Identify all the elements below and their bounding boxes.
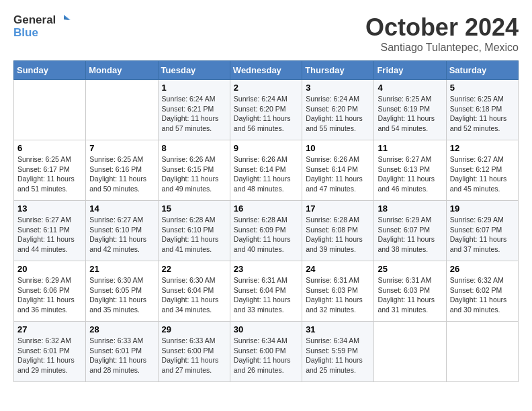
day-number: 17 bbox=[306, 203, 370, 214]
day-number: 23 bbox=[234, 264, 298, 274]
day-number: 16 bbox=[234, 203, 298, 214]
day-header-monday: Monday bbox=[86, 61, 158, 80]
title-block: October 2024 Santiago Tulantepec, Mexico bbox=[365, 13, 519, 54]
month-title: October 2024 bbox=[365, 13, 519, 42]
day-info: Sunrise: 6:28 AMSunset: 6:08 PMDaylight:… bbox=[306, 215, 370, 255]
calendar-week-4: 20Sunrise: 6:29 AMSunset: 6:06 PMDayligh… bbox=[14, 261, 519, 322]
day-info: Sunrise: 6:27 AMSunset: 6:11 PMDaylight:… bbox=[17, 215, 82, 255]
day-header-sunday: Sunday bbox=[14, 61, 86, 80]
day-header-saturday: Saturday bbox=[446, 61, 518, 80]
calendar-cell: 26Sunrise: 6:32 AMSunset: 6:02 PMDayligh… bbox=[446, 261, 518, 322]
calendar-cell: 17Sunrise: 6:28 AMSunset: 6:08 PMDayligh… bbox=[302, 201, 374, 261]
location: Santiago Tulantepec, Mexico bbox=[365, 42, 519, 54]
day-number: 18 bbox=[378, 203, 442, 214]
day-number: 5 bbox=[450, 83, 515, 93]
calendar-table: SundayMondayTuesdayWednesdayThursdayFrid… bbox=[13, 60, 519, 382]
calendar-cell bbox=[446, 322, 518, 382]
calendar-cell: 1Sunrise: 6:24 AMSunset: 6:21 PMDaylight… bbox=[158, 80, 230, 140]
calendar-cell: 23Sunrise: 6:31 AMSunset: 6:04 PMDayligh… bbox=[230, 261, 302, 322]
calendar-cell: 29Sunrise: 6:33 AMSunset: 6:00 PMDayligh… bbox=[158, 322, 230, 382]
day-number: 27 bbox=[17, 324, 82, 334]
day-number: 19 bbox=[450, 203, 515, 214]
day-info: Sunrise: 6:27 AMSunset: 6:12 PMDaylight:… bbox=[450, 154, 515, 194]
calendar-week-3: 13Sunrise: 6:27 AMSunset: 6:11 PMDayligh… bbox=[14, 201, 519, 261]
calendar-cell: 3Sunrise: 6:24 AMSunset: 6:20 PMDaylight… bbox=[302, 80, 374, 140]
calendar-cell: 13Sunrise: 6:27 AMSunset: 6:11 PMDayligh… bbox=[14, 201, 86, 261]
calendar-cell: 30Sunrise: 6:34 AMSunset: 6:00 PMDayligh… bbox=[230, 322, 302, 382]
day-header-wednesday: Wednesday bbox=[230, 61, 302, 80]
day-info: Sunrise: 6:24 AMSunset: 6:20 PMDaylight:… bbox=[234, 94, 298, 134]
calendar-week-2: 6Sunrise: 6:25 AMSunset: 6:17 PMDaylight… bbox=[14, 140, 519, 201]
day-info: Sunrise: 6:25 AMSunset: 6:17 PMDaylight:… bbox=[17, 154, 82, 194]
day-info: Sunrise: 6:31 AMSunset: 6:03 PMDaylight:… bbox=[306, 275, 370, 315]
logo: General Blue bbox=[13, 13, 71, 40]
day-info: Sunrise: 6:29 AMSunset: 6:06 PMDaylight:… bbox=[17, 275, 82, 315]
day-number: 1 bbox=[162, 83, 226, 93]
calendar-cell: 25Sunrise: 6:31 AMSunset: 6:03 PMDayligh… bbox=[374, 261, 446, 322]
day-number: 14 bbox=[89, 203, 154, 214]
calendar-cell: 7Sunrise: 6:25 AMSunset: 6:16 PMDaylight… bbox=[86, 140, 158, 201]
calendar-cell: 2Sunrise: 6:24 AMSunset: 6:20 PMDaylight… bbox=[230, 80, 302, 140]
calendar-cell: 4Sunrise: 6:25 AMSunset: 6:19 PMDaylight… bbox=[374, 80, 446, 140]
page-header: General Blue October 2024 Santiago Tulan… bbox=[13, 13, 519, 54]
day-info: Sunrise: 6:33 AMSunset: 6:00 PMDaylight:… bbox=[162, 336, 226, 375]
day-number: 11 bbox=[378, 143, 442, 153]
day-info: Sunrise: 6:24 AMSunset: 6:21 PMDaylight:… bbox=[162, 94, 226, 134]
calendar-cell: 22Sunrise: 6:30 AMSunset: 6:04 PMDayligh… bbox=[158, 261, 230, 322]
day-info: Sunrise: 6:27 AMSunset: 6:10 PMDaylight:… bbox=[89, 215, 154, 255]
day-number: 20 bbox=[17, 264, 82, 274]
calendar-cell: 21Sunrise: 6:30 AMSunset: 6:05 PMDayligh… bbox=[86, 261, 158, 322]
day-number: 13 bbox=[17, 203, 82, 214]
calendar-cell: 19Sunrise: 6:29 AMSunset: 6:07 PMDayligh… bbox=[446, 201, 518, 261]
logo-bird-icon bbox=[57, 13, 71, 27]
calendar-week-1: 1Sunrise: 6:24 AMSunset: 6:21 PMDaylight… bbox=[14, 80, 519, 140]
day-number: 22 bbox=[162, 264, 226, 274]
day-info: Sunrise: 6:34 AMSunset: 6:00 PMDaylight:… bbox=[234, 336, 298, 375]
day-number: 6 bbox=[17, 143, 82, 153]
day-info: Sunrise: 6:31 AMSunset: 6:03 PMDaylight:… bbox=[378, 275, 442, 315]
day-info: Sunrise: 6:32 AMSunset: 6:01 PMDaylight:… bbox=[17, 336, 82, 375]
calendar-cell: 5Sunrise: 6:25 AMSunset: 6:18 PMDaylight… bbox=[446, 80, 518, 140]
calendar-cell: 20Sunrise: 6:29 AMSunset: 6:06 PMDayligh… bbox=[14, 261, 86, 322]
day-number: 31 bbox=[306, 324, 370, 334]
day-info: Sunrise: 6:34 AMSunset: 5:59 PMDaylight:… bbox=[306, 336, 370, 375]
calendar-cell bbox=[14, 80, 86, 140]
day-info: Sunrise: 6:33 AMSunset: 6:01 PMDaylight:… bbox=[89, 336, 154, 375]
calendar-cell: 16Sunrise: 6:28 AMSunset: 6:09 PMDayligh… bbox=[230, 201, 302, 261]
calendar-cell: 31Sunrise: 6:34 AMSunset: 5:59 PMDayligh… bbox=[302, 322, 374, 382]
day-info: Sunrise: 6:31 AMSunset: 6:04 PMDaylight:… bbox=[234, 275, 298, 315]
calendar-cell: 6Sunrise: 6:25 AMSunset: 6:17 PMDaylight… bbox=[14, 140, 86, 201]
day-info: Sunrise: 6:30 AMSunset: 6:04 PMDaylight:… bbox=[162, 275, 226, 315]
calendar-cell: 24Sunrise: 6:31 AMSunset: 6:03 PMDayligh… bbox=[302, 261, 374, 322]
calendar-cell: 15Sunrise: 6:28 AMSunset: 6:10 PMDayligh… bbox=[158, 201, 230, 261]
day-info: Sunrise: 6:24 AMSunset: 6:20 PMDaylight:… bbox=[306, 94, 370, 134]
day-number: 7 bbox=[89, 143, 154, 153]
calendar-cell bbox=[374, 322, 446, 382]
calendar-week-5: 27Sunrise: 6:32 AMSunset: 6:01 PMDayligh… bbox=[14, 322, 519, 382]
day-header-friday: Friday bbox=[374, 61, 446, 80]
header-row: SundayMondayTuesdayWednesdayThursdayFrid… bbox=[14, 61, 519, 80]
day-info: Sunrise: 6:26 AMSunset: 6:14 PMDaylight:… bbox=[234, 154, 298, 194]
day-number: 2 bbox=[234, 83, 298, 93]
day-number: 26 bbox=[450, 264, 515, 274]
day-number: 3 bbox=[306, 83, 370, 93]
calendar-cell bbox=[86, 80, 158, 140]
day-info: Sunrise: 6:28 AMSunset: 6:09 PMDaylight:… bbox=[234, 215, 298, 255]
day-info: Sunrise: 6:25 AMSunset: 6:16 PMDaylight:… bbox=[89, 154, 154, 194]
logo-general: General bbox=[13, 14, 56, 27]
calendar-cell: 8Sunrise: 6:26 AMSunset: 6:15 PMDaylight… bbox=[158, 140, 230, 201]
day-number: 15 bbox=[162, 203, 226, 214]
day-info: Sunrise: 6:32 AMSunset: 6:02 PMDaylight:… bbox=[450, 275, 515, 315]
day-number: 30 bbox=[234, 324, 298, 334]
calendar-cell: 28Sunrise: 6:33 AMSunset: 6:01 PMDayligh… bbox=[86, 322, 158, 382]
day-number: 9 bbox=[234, 143, 298, 153]
calendar-cell: 18Sunrise: 6:29 AMSunset: 6:07 PMDayligh… bbox=[374, 201, 446, 261]
day-number: 28 bbox=[89, 324, 154, 334]
day-number: 29 bbox=[162, 324, 226, 334]
day-header-tuesday: Tuesday bbox=[158, 61, 230, 80]
logo-blue: Blue bbox=[13, 27, 38, 40]
calendar-cell: 11Sunrise: 6:27 AMSunset: 6:13 PMDayligh… bbox=[374, 140, 446, 201]
calendar-cell: 12Sunrise: 6:27 AMSunset: 6:12 PMDayligh… bbox=[446, 140, 518, 201]
day-number: 12 bbox=[450, 143, 515, 153]
day-info: Sunrise: 6:26 AMSunset: 6:15 PMDaylight:… bbox=[162, 154, 226, 194]
